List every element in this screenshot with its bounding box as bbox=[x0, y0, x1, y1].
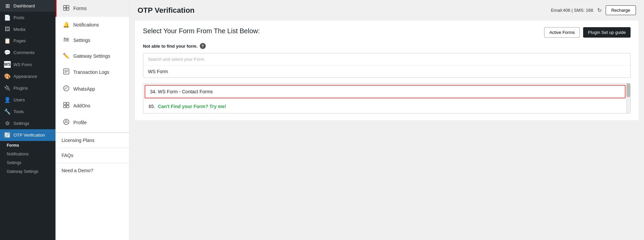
form-select-buttons: Active Forms Plugin Set up guide bbox=[544, 27, 631, 38]
plugin-sidebar-item-faqs[interactable]: FAQs bbox=[55, 148, 129, 163]
sidebar-item-label: Media bbox=[13, 27, 25, 32]
not-found-row: Not able to find your form. ? bbox=[143, 43, 631, 49]
sidebar-item-pages[interactable]: 📋 Pages bbox=[0, 35, 55, 47]
plugin-sidebar-item-settings[interactable]: Settings bbox=[55, 33, 129, 48]
page-title: OTP Verification bbox=[138, 6, 195, 15]
plugin-sidebar-item-label: Transaction Logs bbox=[73, 69, 109, 75]
form-list-item-ws-form-contact[interactable]: 34. WS Form - Contact Forms bbox=[145, 85, 626, 98]
forms-icon bbox=[63, 5, 70, 12]
sidebar-item-label: Dashboard bbox=[13, 3, 35, 8]
wp-admin-sidebar: ⊞ Dashboard 📄 Posts 🖼 Media 📋 Pages 💬 Co… bbox=[0, 0, 55, 240]
recharge-button[interactable]: Recharge bbox=[606, 5, 636, 15]
sidebar-item-label: WS Form bbox=[13, 62, 32, 67]
sidebar-item-label: Settings bbox=[13, 121, 29, 126]
addons-icon bbox=[63, 102, 70, 109]
plugin-sidebar-item-label: WhatsApp bbox=[73, 86, 95, 92]
posts-icon: 📄 bbox=[4, 14, 11, 21]
svg-rect-15 bbox=[67, 102, 69, 105]
plugin-sidebar-item-whatsapp[interactable]: WhatsApp bbox=[55, 81, 129, 97]
sidebar-item-appearance[interactable]: 🎨 Appearance bbox=[0, 70, 55, 82]
sidebar-item-ws-form[interactable]: WS WS Form bbox=[0, 58, 55, 70]
refresh-icon[interactable]: ↻ bbox=[597, 7, 602, 13]
svg-rect-16 bbox=[64, 105, 66, 108]
plugin-sidebar-item-label: Notifications bbox=[73, 22, 99, 28]
scroll-thumb bbox=[627, 84, 630, 97]
top-bar: OTP Verification Email:406 | SMS: 168 ↻ … bbox=[129, 0, 644, 20]
sidebar-item-plugins[interactable]: 🔌 Plugins bbox=[0, 82, 55, 94]
otp-submenu: Forms Notifications Settings Gateway Set… bbox=[0, 141, 55, 176]
users-icon: 👤 bbox=[4, 97, 11, 103]
not-found-text: Not able to find your form. bbox=[143, 44, 198, 49]
otp-icon: 🔄 bbox=[4, 132, 11, 138]
form-item-label: Can't Find your Form? Try me! bbox=[158, 104, 226, 109]
media-icon: 🖼 bbox=[4, 26, 11, 32]
sidebar-item-dashboard[interactable]: ⊞ Dashboard bbox=[0, 0, 55, 12]
help-icon[interactable]: ? bbox=[200, 43, 206, 49]
plugin-sidebar-item-gateway-settings[interactable]: ✏️ Gateway Settings bbox=[55, 48, 129, 64]
sidebar-item-label: Plugins bbox=[13, 86, 28, 91]
submenu-item-forms[interactable]: Forms bbox=[0, 141, 55, 150]
sidebar-item-media[interactable]: 🖼 Media bbox=[0, 23, 55, 35]
sidebar-item-label: Comments bbox=[13, 50, 35, 55]
form-selected-value: WS Form bbox=[143, 65, 630, 78]
svg-rect-14 bbox=[64, 102, 66, 105]
sidebar-item-tools[interactable]: 🔧 Tools bbox=[0, 106, 55, 117]
dashboard-icon: ⊞ bbox=[4, 3, 11, 9]
plugin-sidebar-item-label: Forms bbox=[73, 6, 87, 11]
form-list: 34. WS Form - Contact Forms 65. Can't Fi… bbox=[143, 83, 631, 113]
sidebar-item-label: Appearance bbox=[13, 74, 37, 79]
plugin-sidebar-item-label: AddOns bbox=[73, 103, 90, 108]
top-bar-right: Email:406 | SMS: 168 ↻ Recharge bbox=[551, 5, 636, 15]
form-search-placeholder: Search and select your Form. bbox=[143, 53, 630, 65]
sidebar-item-users[interactable]: 👤 Users bbox=[0, 94, 55, 106]
ws-form-icon: WS bbox=[4, 61, 11, 68]
sidebar-item-label: Tools bbox=[13, 109, 24, 114]
form-list-item-cant-find[interactable]: 65. Can't Find your Form? Try me! bbox=[143, 100, 626, 113]
transaction-logs-icon bbox=[63, 68, 70, 76]
scrollbar[interactable] bbox=[626, 84, 630, 113]
settings-plugin-icon bbox=[63, 37, 70, 43]
form-dropdown[interactable]: Search and select your Form. WS Form bbox=[143, 53, 631, 78]
svg-rect-1 bbox=[67, 5, 69, 8]
form-item-number: 65. bbox=[149, 104, 155, 109]
submenu-item-gateway-settings[interactable]: Gateway Settings bbox=[0, 167, 55, 176]
sidebar-item-comments[interactable]: 💬 Comments bbox=[0, 47, 55, 58]
settings-icon: ⚙ bbox=[4, 120, 11, 127]
svg-rect-2 bbox=[64, 8, 66, 10]
notifications-icon: 🔔 bbox=[63, 21, 70, 28]
plugin-setup-button[interactable]: Plugin Set up guide bbox=[583, 27, 631, 38]
submenu-item-settings[interactable]: Settings bbox=[0, 158, 55, 167]
plugin-sidebar-item-label: Profile bbox=[73, 120, 87, 125]
profile-icon bbox=[63, 119, 70, 126]
sidebar-item-posts[interactable]: 📄 Posts bbox=[0, 12, 55, 23]
appearance-icon: 🎨 bbox=[4, 73, 11, 80]
plugin-sidebar-item-notifications[interactable]: 🔔 Notifications bbox=[55, 17, 129, 33]
plugin-sidebar-item-addons[interactable]: AddOns bbox=[55, 97, 129, 114]
plugin-sidebar: Forms 🔔 Notifications Settings ✏️ Gatewa… bbox=[55, 0, 129, 240]
active-forms-button[interactable]: Active Forms bbox=[544, 27, 580, 38]
form-select-header: Select Your Form From The List Below: Ac… bbox=[143, 27, 631, 38]
pages-icon: 📋 bbox=[4, 38, 11, 44]
sidebar-item-label: OTP Verification bbox=[13, 133, 45, 138]
plugin-sidebar-item-forms[interactable]: Forms bbox=[55, 0, 129, 17]
stats-display: Email:406 | SMS: 168 bbox=[551, 8, 593, 13]
sidebar-item-otp-verification[interactable]: 🔄 OTP Verification bbox=[0, 129, 55, 141]
comments-icon: 💬 bbox=[4, 49, 11, 56]
submenu-item-notifications[interactable]: Notifications bbox=[0, 150, 55, 158]
form-item-label: WS Form - Contact Forms bbox=[158, 89, 213, 94]
gateway-icon: ✏️ bbox=[63, 53, 70, 59]
sidebar-item-settings[interactable]: ⚙ Settings bbox=[0, 117, 55, 129]
svg-rect-0 bbox=[64, 5, 66, 8]
sidebar-item-label: Pages bbox=[13, 38, 26, 43]
tools-icon: 🔧 bbox=[4, 108, 11, 115]
svg-point-19 bbox=[65, 120, 67, 122]
plugin-sidebar-item-profile[interactable]: Profile bbox=[55, 114, 129, 131]
plugin-sidebar-item-licensing[interactable]: Licensing Plans bbox=[55, 133, 129, 148]
form-select-title: Select Your Form From The List Below: bbox=[143, 27, 260, 35]
plugin-sidebar-item-demo[interactable]: Need a Demo? bbox=[55, 163, 129, 178]
whatsapp-icon bbox=[63, 85, 70, 93]
sidebar-item-label: Users bbox=[13, 97, 25, 102]
sidebar-item-label: Posts bbox=[13, 15, 25, 20]
plugins-icon: 🔌 bbox=[4, 85, 11, 91]
plugin-sidebar-item-transaction-logs[interactable]: Transaction Logs bbox=[55, 64, 129, 81]
